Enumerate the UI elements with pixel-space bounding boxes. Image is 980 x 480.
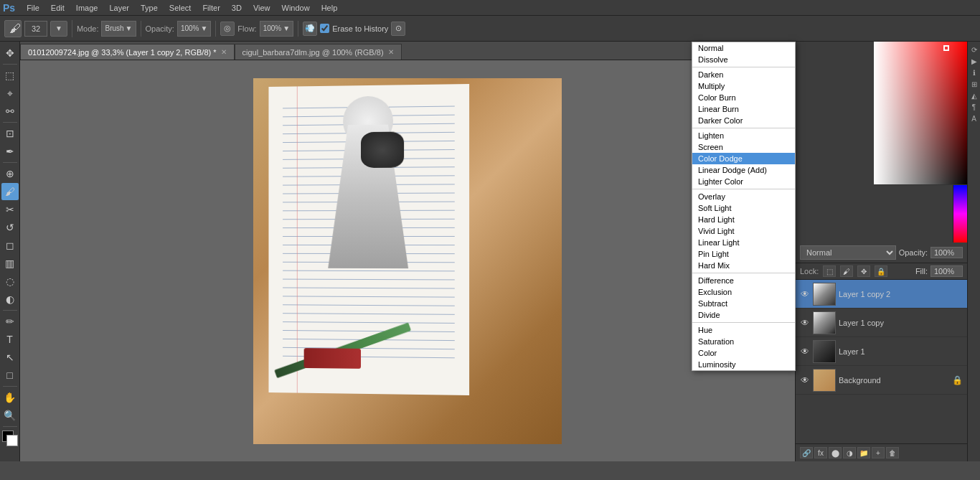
blend-hard-mix[interactable]: Hard Mix (692, 260, 795, 271)
menu-window[interactable]: Window (276, 0, 316, 16)
dodge-tool[interactable]: ◐ (1, 291, 19, 308)
blend-exclusion[interactable]: Exclusion (692, 286, 795, 298)
blend-color-dodge[interactable]: Color Dodge (692, 153, 795, 164)
shape-tool[interactable]: □ (1, 367, 19, 384)
erase-to-history-checkbox[interactable]: Erase to History (320, 24, 388, 33)
history-brush-tool[interactable]: ↺ (1, 219, 19, 236)
menu-help[interactable]: Help (316, 0, 344, 16)
info-panel-icon[interactable]: ℹ (969, 67, 979, 77)
blend-multiply[interactable]: Multiply (692, 80, 795, 92)
link-layers-btn[interactable]: 🔗 (800, 447, 813, 458)
blend-screen[interactable]: Screen (692, 141, 795, 153)
blend-hue[interactable]: Hue (692, 324, 795, 336)
layer-visibility-layer1[interactable]: 👁 (800, 347, 810, 357)
path-selection-tool[interactable]: ↖ (1, 349, 19, 366)
airbrush-icon[interactable]: 💨 (303, 22, 317, 36)
blend-darker-color[interactable]: Darker Color (692, 115, 795, 126)
menu-image[interactable]: Image (70, 0, 104, 16)
blend-color[interactable]: Color (692, 347, 795, 359)
healing-brush-tool[interactable]: ⊕ (1, 165, 19, 182)
menu-type[interactable]: Type (135, 0, 164, 16)
layer-row-background[interactable]: 👁 Background 🔒 (796, 366, 967, 395)
menu-view[interactable]: View (248, 0, 276, 16)
blend-pin-light[interactable]: Pin Light (692, 248, 795, 260)
history-panel-icon[interactable]: ⟳ (969, 44, 979, 55)
flow-dropdown[interactable]: 100% ▼ (260, 21, 293, 37)
menu-3d[interactable]: 3D (226, 0, 248, 16)
tab-secondary-close[interactable]: ✕ (388, 48, 394, 56)
blend-soft-light[interactable]: Soft Light (692, 202, 795, 214)
brush-tool[interactable]: 🖌 (1, 183, 19, 200)
paragraph-panel-icon[interactable]: ¶ (969, 102, 979, 112)
type-tool[interactable]: T (1, 331, 19, 348)
marquee-tool[interactable]: ⬚ (1, 67, 19, 84)
blend-linear-light[interactable]: Linear Light (692, 237, 795, 248)
options-panel-icon[interactable]: ◭ (969, 90, 979, 100)
gradient-tool[interactable]: ▥ (1, 255, 19, 272)
lock-image-btn[interactable]: 🖌 (840, 265, 853, 277)
layer-blend-mode-select[interactable]: Normal (800, 245, 896, 260)
zoom-tool[interactable]: 🔍 (1, 407, 19, 424)
grid-panel-icon[interactable]: ⊞ (969, 79, 979, 89)
blend-color-burn[interactable]: Color Burn (692, 92, 795, 103)
color-picker-gradient[interactable] (874, 42, 967, 185)
blend-saturation[interactable]: Saturation (692, 336, 795, 347)
tab-main-document[interactable]: 01012009724.jpg @ 33,3% (Layer 1 copy 2,… (20, 44, 235, 60)
blend-mode-dropdown[interactable]: Normal Dissolve Darken Multiply Color Bu… (692, 42, 796, 371)
lock-transparent-btn[interactable]: ⬚ (823, 265, 836, 277)
move-tool[interactable]: ✥ (1, 44, 19, 62)
blend-lighten[interactable]: Lighten (692, 130, 795, 141)
mode-dropdown[interactable]: Brush ▼ (101, 21, 136, 37)
history-brush-icon[interactable]: ⊙ (391, 22, 405, 36)
foreground-color[interactable] (2, 430, 18, 446)
tab-secondary-document[interactable]: cigul_barbara7dlm.jpg @ 100% (RGB/8) ✕ (235, 44, 402, 60)
menu-select[interactable]: Select (164, 0, 197, 16)
add-layer-btn[interactable]: + (872, 447, 885, 458)
actions-panel-icon[interactable]: ▶ (969, 56, 979, 66)
blend-lighter-color[interactable]: Lighter Color (692, 176, 795, 187)
blend-difference[interactable]: Difference (692, 275, 795, 286)
add-mask-btn[interactable]: ⬤ (829, 447, 842, 458)
eraser-tool[interactable]: ◻ (1, 237, 19, 254)
eyedropper-tool[interactable]: ✒ (1, 143, 19, 160)
lasso-tool[interactable]: ⌖ (1, 85, 19, 102)
layer-row-layer1copy[interactable]: 👁 Layer 1 copy (796, 309, 967, 337)
fill-input[interactable] (930, 265, 963, 277)
tab-main-close[interactable]: ✕ (221, 48, 227, 56)
layer-row-layer1copy2[interactable]: 👁 Layer 1 copy 2 (796, 280, 967, 309)
blend-overlay[interactable]: Overlay (692, 191, 795, 202)
blend-linear-dodge[interactable]: Linear Dodge (Add) (692, 164, 795, 176)
add-adjustment-btn[interactable]: ◑ (843, 447, 856, 458)
blur-tool[interactable]: ◌ (1, 273, 19, 290)
menu-file[interactable]: File (21, 0, 45, 16)
hand-tool[interactable]: ✋ (1, 389, 19, 406)
blend-linear-burn[interactable]: Linear Burn (692, 103, 795, 115)
opacity-dropdown[interactable]: 100% ▼ (177, 21, 211, 37)
add-layer-style-btn[interactable]: fx (814, 447, 827, 458)
blend-dissolve[interactable]: Dissolve (692, 54, 795, 65)
opacity-input[interactable] (930, 247, 963, 258)
lock-position-btn[interactable]: ✥ (857, 265, 870, 277)
layer-visibility-layer1copy2[interactable]: 👁 (800, 289, 810, 299)
quick-select-tool[interactable]: ⚯ (1, 103, 19, 120)
lock-all-btn[interactable]: 🔒 (875, 265, 887, 277)
blend-luminosity[interactable]: Luminosity (692, 359, 795, 370)
menu-layer[interactable]: Layer (103, 0, 135, 16)
brush-size-dropdown[interactable]: ▼ (50, 21, 67, 37)
fade-icon[interactable]: ◎ (220, 22, 235, 36)
blend-darken[interactable]: Darken (692, 69, 795, 80)
layer-visibility-background[interactable]: 👁 (800, 375, 810, 385)
layer-visibility-layer1copy[interactable]: 👁 (800, 318, 810, 328)
blend-subtract[interactable]: Subtract (692, 298, 795, 309)
blend-normal[interactable]: Normal (692, 42, 795, 54)
blend-vivid-light[interactable]: Vivid Light (692, 225, 795, 237)
brush-preset-picker[interactable]: 🖌 (4, 20, 22, 37)
add-group-btn[interactable]: 📁 (857, 447, 870, 458)
pen-tool[interactable]: ✏ (1, 313, 19, 330)
layer-row-layer1[interactable]: 👁 Layer 1 (796, 337, 967, 366)
blend-hard-light[interactable]: Hard Light (692, 214, 795, 225)
blend-divide[interactable]: Divide (692, 309, 795, 321)
delete-layer-btn[interactable]: 🗑 (886, 447, 899, 458)
character-panel-icon[interactable]: A (969, 113, 979, 123)
menu-edit[interactable]: Edit (45, 0, 70, 16)
